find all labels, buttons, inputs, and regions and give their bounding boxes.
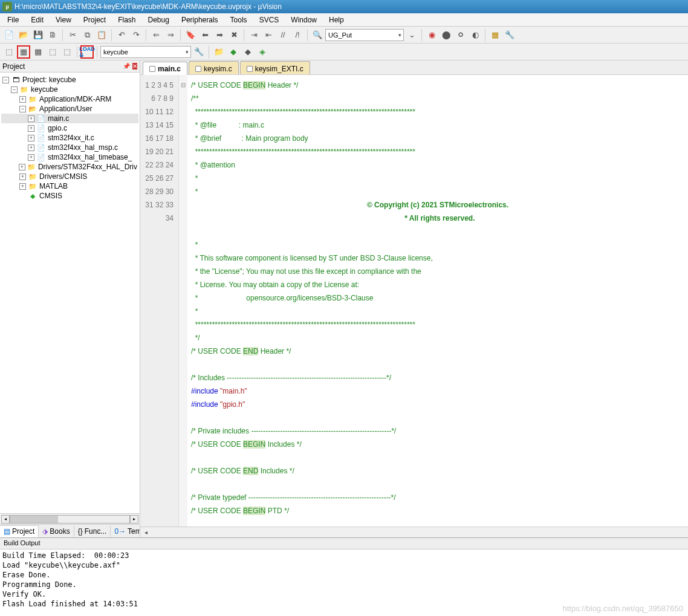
target-options-button[interactable]: 🔧: [192, 45, 206, 59]
tab-books[interactable]: ⬗Books: [39, 526, 74, 537]
new-button[interactable]: 📄: [2, 28, 16, 42]
tree-root[interactable]: −🗔Project: keycube: [1, 75, 138, 85]
menu-help[interactable]: Help: [323, 15, 350, 25]
bookmark-toggle-button[interactable]: 🔖: [184, 28, 197, 42]
code-area[interactable]: /* USER CODE BEGIN Header */ /** *******…: [187, 75, 688, 527]
tree-group-cmsisdriver[interactable]: +📁Drivers/CMSIS: [1, 172, 138, 181]
tab-functions[interactable]: {}Func...: [74, 526, 111, 537]
build-output[interactable]: Build Time Elapsed: 00:00:23 Load "keycu…: [0, 550, 688, 616]
copy-button[interactable]: ⧉: [80, 28, 94, 42]
fold-gutter[interactable]: ⊟: [179, 75, 187, 527]
nav-back-button[interactable]: ⇐: [149, 28, 163, 42]
window-title: H:\micro\MATLABSTM32\4-keyEXIT\keycube\M…: [15, 2, 282, 11]
file-icon: [195, 66, 201, 72]
menu-debug[interactable]: Debug: [142, 15, 175, 25]
menu-peripherals[interactable]: Peripherals: [175, 15, 224, 25]
tree-hscroll[interactable]: ◂▸: [0, 513, 140, 524]
save-button[interactable]: 💾: [31, 28, 45, 42]
app-icon: µ: [2, 2, 12, 11]
bookmark-prev-button[interactable]: ⬅: [198, 28, 212, 42]
close-panel-button[interactable]: ✕: [132, 63, 137, 70]
config-button[interactable]: 🔧: [503, 28, 516, 42]
paste-button[interactable]: 📋: [95, 28, 108, 42]
stop-build-button[interactable]: ⬚: [60, 45, 74, 59]
tab-templates[interactable]: 0→Temp...: [111, 526, 140, 537]
nav-fwd-button[interactable]: ⇒: [164, 28, 177, 42]
debug-button[interactable]: ◉: [425, 28, 438, 42]
tree-group-cmsis[interactable]: ◆CMSIS: [1, 191, 138, 201]
tree-file-main[interactable]: +📄main.c: [1, 114, 138, 123]
cut-button[interactable]: ✂: [66, 28, 79, 42]
find-combo[interactable]: UG_Put: [325, 29, 404, 41]
open-button[interactable]: 📂: [17, 28, 30, 42]
project-tree[interactable]: −🗔Project: keycube −📁keycube +📁Applicati…: [0, 73, 140, 513]
tab-project[interactable]: ▤Project: [0, 525, 39, 537]
find-button[interactable]: 🔍: [311, 28, 324, 42]
batch-build-button[interactable]: ⬚: [46, 45, 59, 59]
line-gutter: 1 2 3 4 5 6 7 8 9 10 11 12 13 14 15 16 1…: [140, 75, 179, 527]
select-packs-button[interactable]: ◆: [241, 45, 255, 59]
editor-tab-keysim[interactable]: keysim.c: [189, 61, 239, 74]
tree-file-msp[interactable]: +📄stm32f4xx_hal_msp.c: [1, 143, 138, 152]
build-output-header: Build Output: [0, 537, 688, 550]
editor-tab-main[interactable]: main.c: [143, 62, 187, 75]
pin-icon[interactable]: 📌: [123, 63, 130, 70]
editor-hscroll[interactable]: ◂: [140, 527, 688, 537]
tree-target[interactable]: −📁keycube: [1, 85, 138, 94]
rebuild-button[interactable]: ▩: [31, 45, 45, 59]
tree-group-mdkarm[interactable]: +📁Application/MDK-ARM: [1, 94, 138, 104]
uncomment-button[interactable]: /!: [291, 28, 304, 42]
target-combo[interactable]: keycube: [100, 46, 191, 58]
menu-flash[interactable]: Flash: [112, 15, 141, 25]
project-panel-title: Project: [2, 62, 25, 71]
save-all-button[interactable]: 🗎: [46, 28, 59, 42]
menu-window[interactable]: Window: [285, 15, 323, 25]
insert-breakpoint-button[interactable]: ⬤: [440, 28, 453, 42]
left-tabs: ▤Project ⬗Books {}Func... 0→Temp...: [0, 524, 140, 537]
editor-tabs: main.c keysim.c keysim_EXTI.c: [140, 60, 688, 75]
menu-project[interactable]: Project: [77, 15, 112, 25]
tree-group-haldriver[interactable]: +📁Drivers/STM32F4xx_HAL_Driv: [1, 162, 138, 172]
indent-button[interactable]: ⇥: [247, 28, 261, 42]
bookmark-next-button[interactable]: ➡: [213, 28, 226, 42]
download-button[interactable]: LOAD⇊: [80, 45, 94, 59]
redo-button[interactable]: ↷: [129, 28, 143, 42]
menu-tools[interactable]: Tools: [224, 15, 253, 25]
file-icon: [247, 66, 253, 72]
toolbar-main: 📄 📂 💾 🗎 ✂ ⧉ 📋 ↶ ↷ ⇐ ⇒ 🔖 ⬅ ➡ ✖ ⇥ ⇤ // /! …: [0, 27, 688, 44]
build-button[interactable]: ▦: [17, 45, 30, 59]
watermark: https://blog.csdn.net/qq_39587650: [563, 604, 684, 614]
tree-group-user[interactable]: −📂Application/User: [1, 104, 138, 114]
menu-file[interactable]: File: [1, 15, 25, 25]
menubar: File Edit View Project Flash Debug Perip…: [0, 13, 688, 27]
undo-button[interactable]: ↶: [115, 28, 128, 42]
tree-group-matlab[interactable]: +📁MATLAB: [1, 181, 138, 191]
manage-rte-button[interactable]: ◆: [227, 45, 240, 59]
project-panel-header: Project 📌✕: [0, 60, 140, 73]
titlebar: µ H:\micro\MATLABSTM32\4-keyEXIT\keycube…: [0, 0, 688, 13]
tree-file-it[interactable]: +📄stm32f4xx_it.c: [1, 133, 138, 143]
pack-installer-button[interactable]: ◈: [256, 45, 269, 59]
tree-file-timebase[interactable]: +📄stm32f4xx_hal_timebase_: [1, 152, 138, 162]
bookmark-clear-button[interactable]: ✖: [227, 28, 241, 42]
code-editor[interactable]: 1 2 3 4 5 6 7 8 9 10 11 12 13 14 15 16 1…: [140, 75, 688, 527]
project-window-button[interactable]: ▦: [488, 28, 502, 42]
menu-edit[interactable]: Edit: [25, 15, 50, 25]
kill-breakpoint-button[interactable]: ⭘: [454, 28, 467, 42]
comment-button[interactable]: //: [276, 28, 290, 42]
translate-button[interactable]: ⬚: [2, 45, 16, 59]
tree-file-gpio[interactable]: +📄gpio.c: [1, 123, 138, 133]
manage-project-button[interactable]: 📁: [212, 45, 226, 59]
unindent-button[interactable]: ⇤: [262, 28, 275, 42]
menu-view[interactable]: View: [50, 15, 77, 25]
disable-breakpoint-button[interactable]: ◐: [469, 28, 482, 42]
toolbar-build: ⬚ ▦ ▩ ⬚ ⬚ LOAD⇊ keycube 🔧 📁 ◆ ◆ ◈: [0, 44, 688, 60]
editor-tab-keysim-exti[interactable]: keysim_EXTI.c: [240, 61, 310, 74]
find-next-button[interactable]: ⌄: [405, 28, 418, 42]
menu-svcs[interactable]: SVCS: [253, 15, 285, 25]
file-icon: [149, 66, 155, 72]
